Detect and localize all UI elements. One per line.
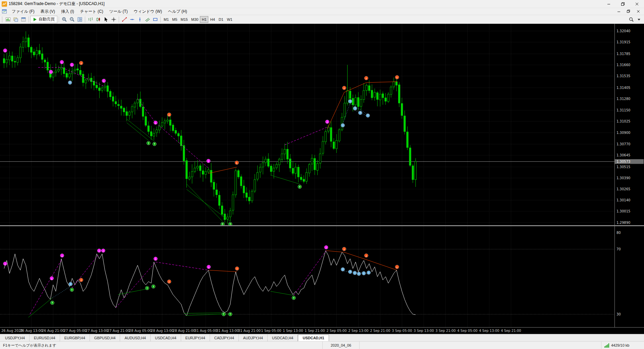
svg-text:↑: ↑ (152, 285, 155, 288)
svg-text:70: 70 (616, 247, 621, 251)
minimize-button[interactable] (602, 0, 616, 8)
toolbar-grip[interactable] (2, 17, 3, 22)
chart-tab-0-usdjpyh4[interactable]: USDJPY,H4 (1, 334, 30, 341)
zoom-out-button[interactable] (68, 16, 76, 23)
timeframe-m5-button[interactable]: M5 (170, 16, 179, 23)
svg-text:26 Aug 13:00: 26 Aug 13:00 (20, 329, 43, 333)
timeframe-w1-button[interactable]: W1 (225, 16, 234, 23)
new-chart-icon (5, 17, 11, 22)
chart-canvas[interactable]: USDCAD,H1 1.30566 1.30652 1.30548 1.3057… (0, 24, 644, 334)
chart-tab-5-usdcadh4[interactable]: USDCAD,H4 (151, 334, 181, 341)
toolbar-overflow-button[interactable] (635, 16, 643, 23)
svg-text:1.29890: 1.29890 (616, 221, 630, 225)
timeframe-h1-button[interactable]: H1 (200, 16, 208, 23)
chart-tab-8-audjpyh4[interactable]: AUDJPY,H4 (239, 334, 268, 341)
restore-button[interactable] (616, 0, 630, 8)
timeframe-group: M1M5M15M30H1H4D1W1 (162, 16, 234, 23)
svg-text:↓: ↓ (168, 113, 170, 116)
tile-windows-button[interactable] (76, 16, 84, 23)
timeframe-m1-button[interactable]: M1 (162, 16, 170, 23)
timeframe-d1-button[interactable]: D1 (217, 16, 225, 23)
status-spacer (360, 342, 601, 349)
svg-text:↑: ↑ (51, 301, 54, 304)
svg-text:↑: ↑ (71, 289, 73, 292)
new-chart-button[interactable] (4, 16, 12, 23)
timeframe-m30-button[interactable]: M30 (190, 16, 200, 23)
timeframe-m15-button[interactable]: M15 (179, 16, 190, 23)
vertical-line-button[interactable] (136, 16, 144, 23)
chart-tab-4-audusdh4[interactable]: AUDUSD,H4 (120, 334, 151, 341)
timeframe-h4-button[interactable]: H4 (208, 16, 217, 23)
child-restore-button[interactable] (624, 9, 633, 14)
svg-text:1.31535: 1.31535 (616, 74, 630, 78)
trendline-button[interactable] (120, 16, 128, 23)
zoom-out-icon (69, 17, 75, 22)
svg-text:↑: ↑ (349, 270, 352, 273)
svg-text:27 Aug 05:00: 27 Aug 05:00 (64, 329, 86, 333)
chart-tabbar: USDJPY,H4EURUSD,H4EURGBP,H4GBPUSD,H4AUDU… (0, 334, 644, 341)
child-close-button[interactable] (634, 9, 643, 14)
chart-tab-1-eurusdh4[interactable]: EURUSD,H4 (30, 334, 60, 341)
zoom-in-button[interactable] (60, 16, 68, 23)
auto-trading-icon (33, 17, 37, 21)
titlebar: 158284: GemTrade-Demo - デモ口座 - [USDCAD,H… (0, 0, 644, 8)
chart-tab-10-usdcadh1[interactable]: USDCAD,H1 (298, 335, 329, 341)
menu-items: ファイル (F)表示 (V)挿入 (I)チャート (C)ツール (T)ウィンドウ… (9, 8, 190, 15)
rectangle-button[interactable] (151, 16, 159, 23)
menu-item-view[interactable]: 表示 (V) (38, 8, 58, 15)
bars-chart-button[interactable] (87, 16, 94, 23)
svg-text:↑: ↑ (354, 107, 356, 110)
svg-text:↓: ↓ (80, 62, 83, 65)
equidistant-channel-button[interactable] (144, 16, 151, 23)
menu-item-charts[interactable]: チャート (C) (77, 8, 106, 15)
toolbar-separator (85, 16, 85, 22)
crosshair-button[interactable] (110, 16, 117, 23)
svg-text:27 Aug 13:00: 27 Aug 13:00 (86, 329, 108, 333)
data-window-icon (21, 17, 26, 22)
close-button[interactable] (630, 0, 644, 8)
chart-profiles-button[interactable] (12, 16, 19, 23)
chart-profiles-icon (13, 17, 18, 22)
svg-text:1.31915: 1.31915 (616, 40, 630, 44)
svg-text:↓: ↓ (343, 248, 345, 251)
search-button[interactable] (627, 16, 635, 23)
horizontal-line-button[interactable] (128, 16, 136, 23)
svg-text:↑: ↑ (229, 313, 231, 316)
chart-tab-2-eurgbph4[interactable]: EURGBP,H4 (60, 334, 90, 341)
svg-text:↓: ↓ (208, 266, 210, 269)
status-traffic: 4429/10 kb (601, 342, 644, 349)
svg-text:↓: ↓ (80, 279, 83, 282)
data-window-button[interactable] (19, 16, 27, 23)
menu-item-help[interactable]: ヘルプ (H) (165, 8, 190, 15)
toolbar-separator (59, 16, 59, 22)
restore-icon (620, 1, 626, 7)
svg-text:↑: ↑ (342, 268, 344, 271)
menu-item-file[interactable]: ファイル (F) (9, 8, 38, 15)
chart-window-icon[interactable] (2, 9, 8, 14)
menu-item-window[interactable]: ウィンドウ (W) (131, 8, 165, 15)
chart-tab-7-cadjpyh4[interactable]: CADJPY,H4 (210, 334, 239, 341)
candlestick-chart-icon (96, 17, 101, 22)
svg-text:↓: ↓ (236, 267, 238, 270)
auto-trading-label: 自動売買 (39, 16, 55, 22)
menu-item-insert[interactable]: 挿入 (I) (58, 8, 77, 15)
svg-text:↑: ↑ (359, 111, 362, 114)
svg-text:1.30900: 1.30900 (616, 131, 630, 135)
chart-tab-3-gbpusdh4[interactable]: GBPUSD,H4 (90, 334, 120, 341)
svg-text:↓: ↓ (61, 61, 63, 64)
svg-text:1.31405: 1.31405 (616, 86, 630, 90)
chart-tab-6-eurjpyh4[interactable]: EURJPY,H4 (181, 334, 210, 341)
svg-text:27 Aug 21:00: 27 Aug 21:00 (107, 329, 130, 333)
chart-tab-9-usdcadh4[interactable]: USDCAD,H4 (268, 334, 298, 341)
candlestick-chart-button[interactable] (94, 16, 102, 23)
svg-text:↑: ↑ (358, 272, 360, 276)
svg-text:1.30390: 1.30390 (616, 176, 630, 180)
child-minimize-button[interactable] (614, 9, 623, 14)
svg-text:↓: ↓ (71, 63, 73, 66)
svg-text:30: 30 (616, 312, 621, 316)
cursor-button[interactable] (102, 16, 110, 23)
svg-text:↓: ↓ (154, 121, 157, 124)
auto-trading-button[interactable]: 自動売買 (30, 16, 57, 23)
menu-item-tools[interactable]: ツール (T) (106, 8, 131, 15)
svg-text:1.31280: 1.31280 (616, 97, 630, 101)
